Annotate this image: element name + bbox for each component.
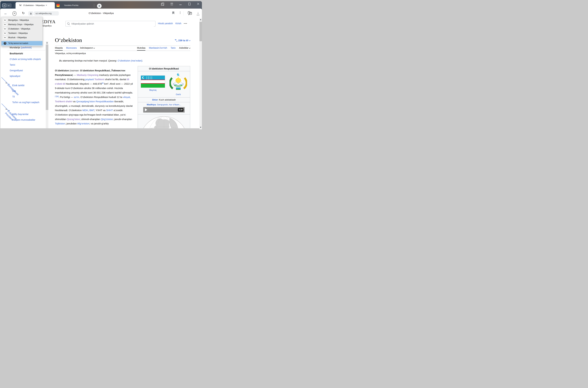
uzbekistan-flag-image[interactable] [141, 75, 165, 88]
page-horizontal-scrollbar[interactable] [0, 128, 199, 129]
tab-view-source[interactable]: Manbasini ko‘rish [149, 47, 167, 50]
article-link[interactable]: Qirg‘iziston [101, 118, 113, 121]
close-window-button[interactable] [197, 2, 199, 5]
play-icon[interactable] [145, 108, 147, 111]
toc-item[interactable]: Iqtisodiyot [0, 74, 45, 78]
search-input[interactable] [71, 21, 154, 26]
scroll-up-arrow-icon[interactable] [200, 19, 201, 20]
anthem-link[interactable]: Madhiya: [147, 103, 156, 106]
bookmarks-panel-icon[interactable] [162, 2, 164, 5]
tab-counter[interactable]: 2 [2, 3, 6, 7]
article-link[interactable]: Afg‘oniston [77, 122, 89, 125]
article-lead-paragraph: O‘zbekiston (rasman: O‘zbekiston Respubl… [55, 68, 135, 126]
show-full-history-item[interactable]: To‘liq tarixni ko‘rsatish [1, 41, 43, 46]
site-security-badge[interactable] [28, 11, 33, 16]
article-link[interactable]: viloyat [123, 96, 130, 98]
article-link[interactable]: Markaziy Osiyoning [77, 73, 98, 76]
user-menu-dots-icon[interactable] [184, 23, 185, 24]
chevron-down-icon[interactable] [6, 108, 7, 110]
login-link[interactable]: Kirish [175, 22, 181, 25]
reference-link[interactable]: [7][8] [55, 96, 59, 97]
emblem-link[interactable]: Gerb [176, 93, 181, 96]
tab-active-wikipedia[interactable]: W O‘zbekiston - Vikipediya ✕ [16, 2, 55, 9]
article-text: ) — [72, 73, 77, 76]
toc-item[interactable]: Xalqaro munosabatlar [0, 118, 45, 121]
toc-item[interactable]: Til [0, 95, 45, 98]
audio-player[interactable]: 2:29 [143, 107, 185, 113]
motto-row: Shior: Kuch adolatdadir [138, 97, 190, 102]
tab-read[interactable]: Mutolaa [137, 47, 145, 50]
article-link[interactable]: poytaxti [85, 78, 94, 81]
tab-history[interactable]: Tarix [171, 47, 175, 50]
history-menu-item[interactable]: WMarkaziy Osiyo - Vikipediya [1, 22, 43, 27]
history-menu-item[interactable]: WMushuk - Vikipediya [1, 35, 43, 40]
chevron-down-icon[interactable] [8, 4, 10, 6]
toc-item[interactable]: Etnik tarkibi [0, 84, 45, 87]
tab-tools[interactable]: Asboblar [179, 47, 190, 50]
motto-link[interactable]: Shior [152, 98, 158, 101]
article-link[interactable]: Toshkent [95, 78, 104, 81]
yandex-search-icon[interactable]: Я [12, 11, 17, 16]
toc-item[interactable]: Ta’lim va sog‘liqni saqlash [0, 101, 45, 104]
tab-article[interactable]: Maqola [55, 47, 63, 50]
scroll-down-arrow-icon[interactable] [200, 127, 201, 128]
article-text: va [72, 100, 76, 103]
article-link[interactable]: Qozog‘iston [67, 118, 80, 121]
toc-item[interactable]: Tarixi [0, 63, 45, 66]
article-link[interactable]: Toshkent shahri [55, 100, 72, 103]
article-link[interactable]: SHHT [106, 109, 113, 112]
history-menu-item[interactable]: WO‘zbekiston - Vikipediya [1, 27, 43, 31]
wikipedia-search-box[interactable] [66, 21, 155, 26]
toc-item[interactable]: Geografiyasi [0, 69, 45, 72]
language-selector-button[interactable]: A 239 ta til [175, 39, 190, 42]
toc-hide-link[interactable]: [yashirish] [21, 46, 31, 49]
toc-title: Mundarija [10, 46, 20, 49]
article-link[interactable]: BMT [89, 109, 94, 112]
toc-item[interactable]: Boshlanishi [0, 52, 45, 55]
chevron-down-icon[interactable] [6, 82, 7, 83]
article-link[interactable]: MDH [82, 109, 88, 112]
reference-link[interactable]: [6] [102, 82, 104, 84]
scroll-up-arrow-icon[interactable] [46, 42, 48, 43]
toc-item-label: Xalqaro munosabatlar [12, 119, 35, 121]
tab-talk[interactable]: Munozara [66, 47, 77, 50]
back-button[interactable]: ← [4, 11, 7, 16]
tab-group-button[interactable]: 2 [2, 3, 12, 7]
maximize-button[interactable] [188, 3, 191, 5]
tab-script-variant[interactable]: lotin/кирилл [80, 47, 95, 50]
anthem-row: Madhiya: Serquyosh, hur o‘lkam... 2:29 [138, 102, 190, 114]
anthem-title-link[interactable]: Serquyosh, hur o‘lkam... [156, 103, 181, 106]
minimize-button[interactable] [179, 5, 182, 5]
tab-yandex-mail[interactable]: Yandeks Pochta [57, 2, 92, 9]
article-link[interactable]: O‘zbekiston (ma’nolari) [118, 59, 142, 62]
toc-item[interactable]: O‘zbekiston Prezidenti [1, 103, 10, 111]
uzbekistan-emblem-image[interactable] [170, 73, 187, 92]
toc-item[interactable]: Din [0, 89, 45, 93]
site-tagline: Vikipediya, ochiq ensiklopediya [55, 52, 86, 55]
article-link[interactable]: so‘m [74, 96, 79, 98]
history-item-label: Mushuk - Vikipediya [8, 36, 26, 39]
new-tab-button[interactable] [97, 4, 102, 8]
article-link[interactable]: Qoraqalpog‘iston Respublikasidan [76, 100, 114, 103]
more-options-icon[interactable] [180, 12, 180, 12]
downloads-icon[interactable]: ↓ [196, 11, 199, 16]
scrollbar-thumb[interactable] [199, 22, 202, 41]
bookmark-flag-icon[interactable] [172, 12, 174, 14]
page-title-omnibox[interactable]: O‘zbekiston - Vikipediya [89, 12, 114, 15]
toc-item[interactable]: O‘zbek so‘zining kelib chiqishi [0, 57, 45, 61]
password-manager-icon[interactable] [188, 11, 192, 16]
reload-button[interactable]: ↻ [22, 11, 25, 15]
toc-item[interactable]: Milliy bayramlar [0, 113, 45, 116]
article-link[interactable]: Tojikiston [55, 122, 65, 125]
address-bar[interactable]: uz.wikipedia.org [34, 11, 59, 16]
scrollbar-thumb[interactable] [46, 45, 48, 110]
language-count-label: 239 ta til [178, 39, 188, 42]
page-vertical-scrollbar[interactable] [199, 18, 202, 129]
flag-link[interactable]: Bayroq [149, 89, 156, 91]
history-menu-item[interactable]: WToshkent - Vikipediya [1, 31, 43, 35]
hamburger-menu-icon[interactable] [171, 3, 173, 5]
toc-scrollbar[interactable] [46, 41, 48, 128]
create-account-link[interactable]: Hisob yaratish [158, 22, 173, 25]
close-tab-icon[interactable]: ✕ [46, 4, 47, 7]
history-menu-item[interactable]: WMongoliya - Vikipediya [1, 18, 43, 22]
